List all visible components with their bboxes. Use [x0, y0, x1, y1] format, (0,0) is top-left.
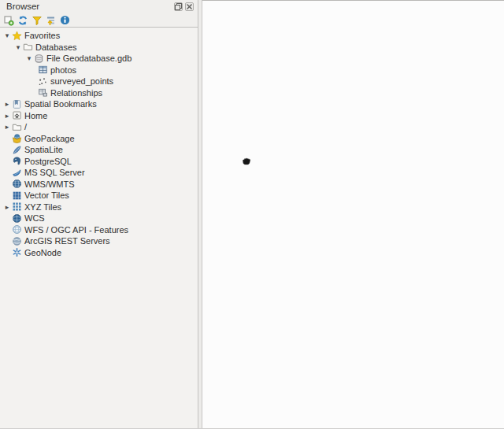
tree-item-label: GeoNode: [24, 248, 61, 257]
tree-item-vector-tiles[interactable]: Vector Tiles: [0, 190, 198, 202]
panel-title: Browser: [6, 2, 39, 11]
tree-item-label: WMS/WMTS: [24, 179, 75, 189]
tree-item-photos[interactable]: photos: [0, 65, 198, 76]
browser-toolbar: [2, 13, 71, 27]
grab-hand-cursor: [240, 154, 253, 167]
expand-arrow-icon[interactable]: [3, 100, 11, 108]
vector-tiles-icon: [11, 190, 22, 201]
attribute-table-icon: [37, 65, 48, 76]
expand-arrow-icon[interactable]: [3, 123, 11, 131]
bookmarks-icon: [11, 98, 22, 109]
geonode-icon: [11, 247, 22, 258]
expand-arrow-icon[interactable]: [3, 203, 11, 211]
tree-item-label: Vector Tiles: [24, 190, 69, 200]
star-icon: [11, 30, 22, 41]
browser-tree: Favorites Databases File Geodatabase.gdb…: [0, 27, 198, 429]
tree-item-label: SpatiaLite: [24, 145, 63, 154]
geopackage-icon: [11, 133, 22, 144]
tree-item-ms-sql-server[interactable]: MS SQL Server: [0, 167, 198, 179]
tree-item-file-geodatabase[interactable]: File Geodatabase.gdb: [0, 53, 198, 65]
close-panel-button[interactable]: [185, 2, 194, 11]
tree-item-geonode[interactable]: GeoNode: [0, 247, 198, 259]
tree-item-label: Databases: [35, 43, 77, 52]
properties-widget-button[interactable]: [59, 14, 71, 26]
database-icon: [33, 53, 44, 64]
wfs-globe-icon: [11, 224, 22, 235]
add-selected-layers-icon: [3, 15, 14, 26]
wcs-globe-icon: [11, 213, 22, 224]
filter-browser-button[interactable]: [31, 14, 43, 26]
properties-widget-icon: [60, 15, 70, 25]
tree-item-label: PostgreSQL: [24, 157, 72, 166]
tree-item-label: MS SQL Server: [24, 168, 85, 177]
spatialite-icon: [11, 144, 22, 155]
tree-item-databases[interactable]: Databases: [0, 42, 198, 54]
browser-panel: Browser: [0, 0, 198, 429]
mssql-icon: [11, 167, 22, 178]
tree-item-wms-wmts[interactable]: WMS/WMTS: [0, 179, 198, 190]
tree-item-label: Favorites: [24, 31, 60, 40]
postgresql-icon: [11, 156, 22, 167]
tree-item-wfs-ogc-api-features[interactable]: WFS / OGC API - Features: [0, 224, 198, 236]
xyz-tiles-icon: [11, 202, 22, 213]
tree-item-label: WCS: [24, 213, 45, 223]
collapse-arrow-icon[interactable]: [14, 43, 22, 51]
tree-item-spatial-bookmarks[interactable]: Spatial Bookmarks: [0, 98, 198, 110]
folder-icon: [11, 121, 22, 132]
collapse-all-button[interactable]: [45, 14, 57, 26]
tree-item-label: WFS / OGC API - Features: [24, 225, 128, 235]
tree-item-favorites[interactable]: Favorites: [0, 30, 198, 42]
collapse-arrow-icon[interactable]: [3, 31, 11, 39]
tree-item-home[interactable]: Home: [0, 110, 198, 122]
float-panel-icon: [175, 3, 182, 10]
tree-item-xyz-tiles[interactable]: XYZ Tiles: [0, 202, 198, 213]
browser-panel-titlebar: Browser: [0, 0, 198, 13]
tree-item-postgresql[interactable]: PostgreSQL: [0, 156, 198, 168]
tree-item-label: /: [24, 122, 27, 131]
tree-item-relationships[interactable]: Relationships: [0, 87, 198, 99]
relationships-icon: [37, 87, 48, 98]
home-folder-icon: [11, 110, 22, 121]
tree-item-label: photos: [50, 65, 76, 75]
wms-globe-icon: [11, 179, 22, 190]
tree-item-geopackage[interactable]: GeoPackage: [0, 133, 198, 145]
collapse-arrow-icon[interactable]: [25, 54, 33, 62]
tree-item-arcgis-rest-servers[interactable]: ArcGIS REST Servers: [0, 235, 198, 247]
tree-item-surveyed-points[interactable]: surveyed_points: [0, 76, 198, 87]
add-selected-layers-button[interactable]: [2, 14, 14, 26]
tree-item-label: File Geodatabase.gdb: [46, 54, 132, 63]
tree-item-label: Home: [24, 111, 47, 120]
map-canvas[interactable]: [202, 0, 504, 429]
tree-item-label: surveyed_points: [50, 76, 113, 86]
folder-icon: [22, 42, 33, 53]
tree-item-label: XYZ Tiles: [24, 202, 61, 212]
tree-item-label: GeoPackage: [24, 134, 75, 143]
tree-item-label: Spatial Bookmarks: [24, 99, 97, 109]
tree-item-label: ArcGIS REST Servers: [24, 236, 110, 246]
tree-item-wcs[interactable]: WCS: [0, 213, 198, 224]
tree-item-spatialite[interactable]: SpatiaLite: [0, 144, 198, 156]
point-layer-icon: [37, 76, 48, 87]
refresh-icon: [17, 15, 28, 26]
filter-browser-icon: [32, 15, 43, 26]
close-panel-icon: [186, 3, 193, 10]
refresh-button[interactable]: [17, 14, 28, 26]
tree-item-label: Relationships: [50, 88, 102, 98]
collapse-all-icon: [46, 15, 57, 26]
tree-item-root-folder[interactable]: /: [0, 121, 198, 133]
expand-arrow-icon[interactable]: [3, 112, 11, 120]
arcgis-globe-icon: [11, 235, 22, 246]
float-panel-button[interactable]: [174, 2, 183, 11]
